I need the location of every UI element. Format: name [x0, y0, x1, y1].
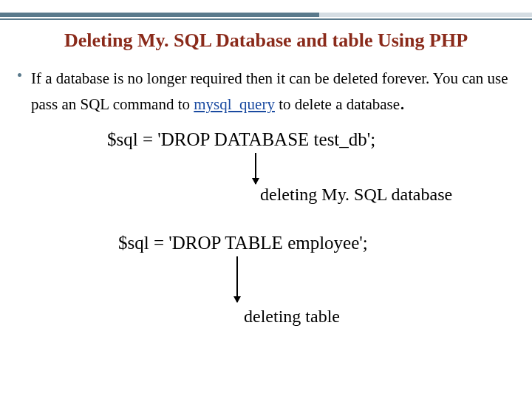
slide-title: Deleting My. SQL Database and table Usin… [0, 30, 532, 52]
annotation-drop-table: deleting table [244, 307, 340, 327]
decorative-top-bar [0, 13, 532, 21]
bullet-dot-icon [18, 73, 21, 77]
mysql-query-link[interactable]: mysql_query [194, 95, 275, 113]
bullet-item: If a database is no longer required then… [18, 68, 514, 117]
period: . [400, 91, 405, 114]
bullet-text-suffix: to delete a database [275, 95, 400, 113]
code-drop-database: $sql = 'DROP DATABASE test_db'; [107, 129, 375, 150]
arrow-down-icon [236, 256, 238, 302]
arrow-down-icon [255, 153, 256, 184]
code-drop-table: $sql = 'DROP TABLE employee'; [118, 233, 368, 253]
annotation-drop-database: deleting My. SQL database [260, 185, 452, 205]
